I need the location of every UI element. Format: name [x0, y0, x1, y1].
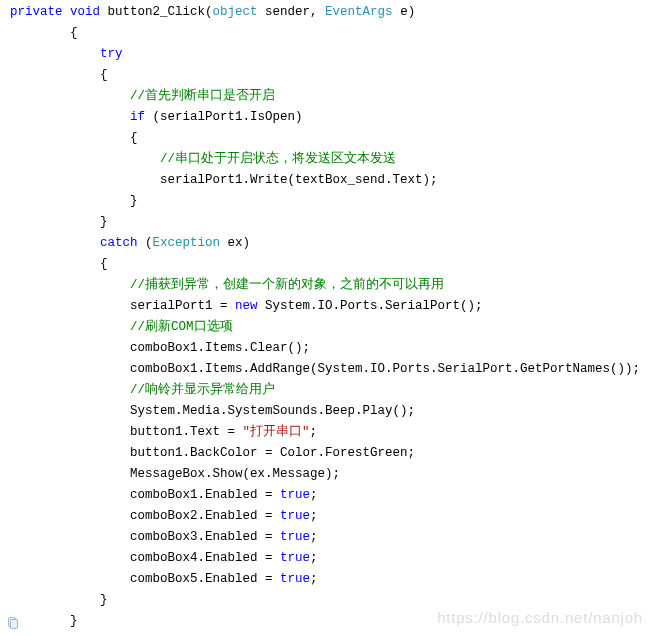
code-line: comboBox2.Enabled = true;	[10, 509, 318, 523]
code-line: }	[10, 215, 108, 229]
code-line: }	[10, 194, 138, 208]
code-line: comboBox5.Enabled = true;	[10, 572, 318, 586]
keyword-catch: catch	[100, 236, 138, 250]
code-line: button1.Text = "打开串口";	[10, 425, 317, 439]
keyword-true: true	[280, 572, 310, 586]
code-line: comboBox1.Enabled = true;	[10, 488, 318, 502]
code-line: System.Media.SystemSounds.Beep.Play();	[10, 404, 415, 418]
code-block: private void button2_Click(object sender…	[0, 0, 653, 632]
keyword-void: void	[70, 5, 100, 19]
code-line: MessageBox.Show(ex.Message);	[10, 467, 340, 481]
method-name: button2_Click(	[100, 5, 213, 19]
code-line: //响铃并显示异常给用户	[10, 383, 275, 397]
code-line: {	[10, 131, 138, 145]
string-literal: "打开串口"	[243, 425, 310, 439]
keyword-true: true	[280, 509, 310, 523]
keyword-private: private	[10, 5, 63, 19]
param-type-object: object	[213, 5, 258, 19]
keyword-try: try	[100, 47, 123, 61]
param-type-exception: Exception	[153, 236, 221, 250]
comment: //刷新COM口选项	[130, 320, 233, 334]
code-line: catch (Exception ex)	[10, 236, 250, 250]
code-line: comboBox1.Items.AddRange(System.IO.Ports…	[10, 362, 640, 376]
keyword-if: if	[130, 110, 145, 124]
code-line: private void button2_Click(object sender…	[10, 5, 415, 19]
code-line: {	[10, 257, 108, 271]
code-line: if (serialPort1.IsOpen)	[10, 110, 303, 124]
comment: //首先判断串口是否开启	[130, 89, 275, 103]
comment: //捕获到异常，创建一个新的对象，之前的不可以再用	[130, 278, 444, 292]
keyword-true: true	[280, 551, 310, 565]
param-type-eventargs: EventArgs	[325, 5, 393, 19]
code-line: serialPort1.Write(textBox_send.Text);	[10, 173, 438, 187]
svg-rect-1	[10, 620, 17, 629]
code-line: serialPort1 = new System.IO.Ports.Serial…	[10, 299, 483, 313]
code-line: //首先判断串口是否开启	[10, 89, 275, 103]
comment: //响铃并显示异常给用户	[130, 383, 275, 397]
code-line: }	[10, 593, 108, 607]
code-line: //刷新COM口选项	[10, 320, 233, 334]
code-line: //捕获到异常，创建一个新的对象，之前的不可以再用	[10, 278, 444, 292]
keyword-true: true	[280, 530, 310, 544]
code-line: //串口处于开启状态，将发送区文本发送	[10, 152, 396, 166]
keyword-true: true	[280, 488, 310, 502]
code-line: {	[10, 68, 108, 82]
code-line: try	[10, 47, 123, 61]
code-line: comboBox4.Enabled = true;	[10, 551, 318, 565]
comment: //串口处于开启状态，将发送区文本发送	[160, 152, 396, 166]
code-line: button1.BackColor = Color.ForestGreen;	[10, 446, 415, 460]
copy-icon[interactable]	[6, 616, 20, 630]
code-line: }	[10, 614, 78, 628]
code-line: comboBox1.Items.Clear();	[10, 341, 310, 355]
code-line: comboBox3.Enabled = true;	[10, 530, 318, 544]
watermark: https://blog.csdn.net/nanjoh	[437, 605, 643, 630]
keyword-new: new	[235, 299, 258, 313]
code-line: {	[10, 26, 78, 40]
